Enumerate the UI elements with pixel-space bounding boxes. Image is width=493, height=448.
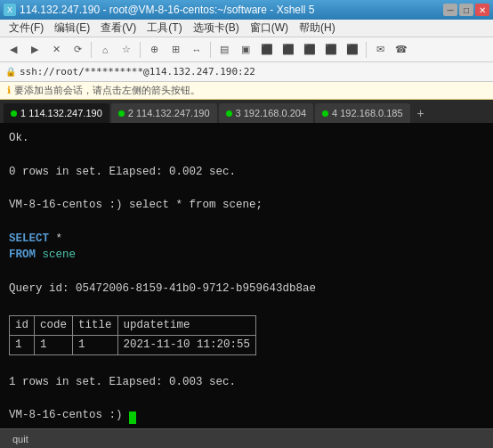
toolbar-btn-home[interactable]: ⌂ [95,40,115,60]
menu-view[interactable]: 查看(V) [95,19,141,37]
table-header-row: id code title updatetime [10,316,256,336]
terminal-line-prompt: VM-8-16-centos :) [9,407,484,424]
terminal-line-queryid: Query id: 05472006-8159-41b0-9712-b95964… [9,281,484,297]
toolbar-btn-7[interactable]: ⬛ [343,40,362,60]
toolbar-btn-4[interactable]: ⬛ [279,40,298,60]
toolbar-btn-forward[interactable]: ▶ [25,40,44,60]
toolbar-btn-2[interactable]: ▣ [236,40,255,60]
toolbar-sep-1 [91,42,92,58]
info-icon: ℹ [7,85,11,96]
tab-1-dot [11,110,17,117]
tab-2[interactable]: 2 114.132.247.190 [111,103,217,123]
table-row: 1 1 1 2021-11-10 11:20:55 [10,336,256,355]
from-keyword: FROM [9,248,36,261]
terminal-line-blank2 [9,180,484,197]
terminal-line-elapsed1: 0 rows in set. Elapsed: 0.002 sec. [9,164,484,181]
tab-3-label: 3 192.168.0.204 [236,108,307,118]
tab-3-dot [226,110,232,117]
notification-text: 要添加当前会话，请点击左侧的箭头按钮。 [14,84,200,97]
address-bar: 🔒 ssh://root/**********@114.132.247.190:… [0,62,493,82]
col-updatetime: updatetime [117,316,256,336]
lock-icon: 🔒 [5,67,16,77]
terminal-line-cmd: VM-8-16-centos :) select * from scene; [9,197,484,214]
menu-window[interactable]: 窗口(W) [245,19,294,37]
window-title: 114.132.247.190 - root@VM-8-16-centos:~/… [20,4,314,16]
tab-1[interactable]: 1 114.132.247.190 [4,103,109,123]
maximize-button[interactable]: □ [459,4,473,16]
menu-file[interactable]: 文件(F) [4,19,49,37]
toolbar-btn-6[interactable]: ⬛ [321,40,341,60]
table-name: scene [43,248,77,261]
new-tab-button[interactable]: + [412,103,430,123]
cell-updatetime: 2021-11-10 11:20:55 [117,336,256,355]
minimize-button[interactable]: ─ [443,4,457,16]
toolbar-btn-5[interactable]: ⬛ [300,40,319,60]
tab-2-label: 2 114.132.247.190 [128,108,210,118]
toolbar-btn-new[interactable]: ⊕ [144,40,164,60]
window-controls[interactable]: ─ □ ✕ [443,4,489,16]
menu-help[interactable]: 帮助(H) [294,19,341,37]
menu-bar: 文件(F) 编辑(E) 查看(V) 工具(T) 选项卡(B) 窗口(W) 帮助(… [0,20,493,37]
terminal-line-blank5 [9,297,484,314]
tabs-bar: 1 114.132.247.190 2 114.132.247.190 3 19… [0,100,493,123]
toolbar-btn-3[interactable]: ⬛ [257,40,277,60]
terminal-line-blank6 [9,357,484,374]
menu-tabs[interactable]: 选项卡(B) [188,19,245,37]
cell-title: 1 [73,336,118,355]
toolbar-btn-call[interactable]: ☎ [392,40,411,60]
terminal-line-ok: Ok. [9,130,484,147]
close-button[interactable]: ✕ [475,4,489,16]
tab-4-dot [322,110,328,117]
address-text[interactable]: ssh://root/**********@114.132.247.190:22 [20,66,255,77]
toolbar-sep-3 [210,42,211,58]
select-keyword: SELECT [9,232,49,245]
terminal-line-elapsed2: 1 rows in set. Elapsed: 0.003 sec. [9,374,484,391]
toolbar-btn-expand[interactable]: ↔ [187,40,206,60]
toolbar: ◀ ▶ ✕ ⟳ ⌂ ☆ ⊕ ⊞ ↔ ▤ ▣ ⬛ ⬛ ⬛ ⬛ ⬛ ✉ ☎ [0,37,493,62]
bottom-tab-quit[interactable]: quit [5,432,36,446]
terminal-line-select: SELECT * [9,231,484,248]
toolbar-btn-fav[interactable]: ☆ [117,40,136,60]
title-bar: X 114.132.247.190 - root@VM-8-16-centos:… [0,0,493,20]
tab-4[interactable]: 4 192.168.0.185 [315,103,410,123]
tab-1-label: 1 114.132.247.190 [20,108,102,118]
terminal[interactable]: Ok. 0 rows in set. Elapsed: 0.002 sec. V… [0,123,493,428]
cursor [129,411,136,424]
menu-edit[interactable]: 编辑(E) [49,19,95,37]
tab-2-dot [118,110,125,117]
toolbar-sep-4 [366,42,367,58]
cell-id: 1 [10,336,35,355]
toolbar-btn-stop[interactable]: ✕ [46,40,66,60]
col-title: title [73,316,118,336]
tab-4-label: 4 192.168.0.185 [332,108,403,118]
tab-3[interactable]: 3 192.168.0.204 [219,103,314,123]
cell-code: 1 [35,336,73,355]
terminal-line-blank7 [9,390,484,407]
toolbar-btn-1[interactable]: ▤ [214,40,234,60]
toolbar-btn-back[interactable]: ◀ [4,40,23,60]
title-bar-left: X 114.132.247.190 - root@VM-8-16-centos:… [4,4,314,16]
terminal-line-blank3 [9,214,484,231]
bottom-tab-bar: quit [0,428,493,448]
col-code: code [35,316,73,336]
app-icon: X [4,4,16,16]
terminal-line-blank1 [9,147,484,164]
toolbar-btn-mail[interactable]: ✉ [370,40,390,60]
menu-tools[interactable]: 工具(T) [141,19,187,37]
toolbar-btn-refresh[interactable]: ⟳ [68,40,87,60]
notification-bar: ℹ 要添加当前会话，请点击左侧的箭头按钮。 [0,82,493,100]
toolbar-sep-2 [140,42,141,58]
result-table: id code title updatetime 1 1 1 2021-11-1… [9,315,256,355]
terminal-line-from: FROM scene [9,247,484,264]
toolbar-btn-grid[interactable]: ⊞ [166,40,185,60]
terminal-line-blank4 [9,264,484,281]
col-id: id [10,316,35,336]
